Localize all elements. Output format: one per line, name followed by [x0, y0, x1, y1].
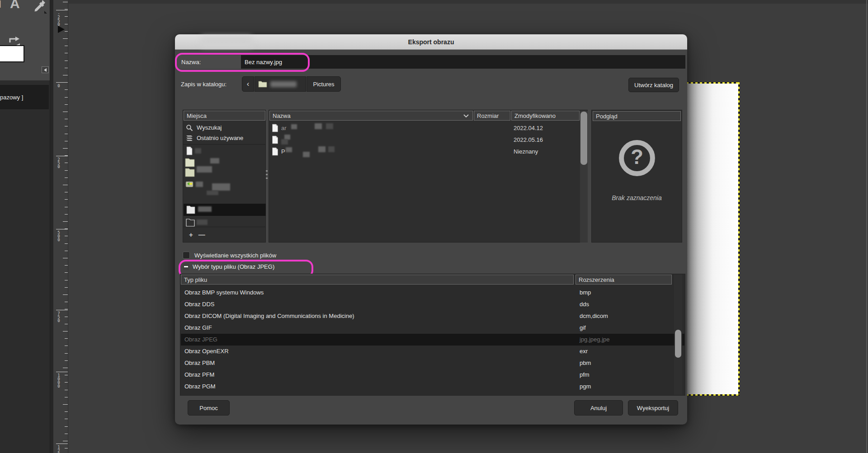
foreground-color-swatch[interactable]	[0, 45, 24, 62]
file-type-expander-label: Wybór typu pliku (Obraz JPEG)	[193, 263, 274, 270]
file-type-row[interactable]: Obraz BMP systemu Windowsbmp	[181, 287, 674, 299]
file-type-row[interactable]: Obraz PGMpgm	[181, 381, 674, 392]
partial-tool-icon[interactable]: i	[0, 0, 1, 11]
ruler-tick	[65, 82, 68, 83]
ruler-tick	[65, 16, 68, 17]
show-all-files-checkbox[interactable]	[183, 252, 190, 259]
drive-icon	[185, 180, 193, 188]
ruler-tick	[65, 265, 68, 266]
ruler-tick	[65, 104, 68, 105]
ruler-tick	[63, 441, 68, 441]
file-type-row[interactable]: Obraz PBMpbm	[181, 357, 674, 369]
remove-bookmark-button[interactable]: —	[198, 231, 205, 238]
add-bookmark-button[interactable]: +	[189, 231, 193, 238]
collapse-arrow-button[interactable]	[42, 66, 49, 73]
file-row[interactable]: P Nieznany	[269, 145, 580, 157]
places-item-search[interactable]: Wyszukaj	[183, 122, 265, 133]
file-type-row[interactable]: Obraz DICOM (Digital Imaging and Communi…	[181, 310, 674, 322]
help-button[interactable]: Pomoc	[188, 400, 230, 416]
ruler-tick	[63, 331, 68, 332]
save-in-folder-label: Zapis w katalogu:	[181, 76, 226, 92]
column-header-name[interactable]: Nazwa	[269, 111, 473, 121]
gimp-screen: i A pazowy ] - 2 5 0 0 2 5 0 5 0 0 7 5 0…	[0, 0, 868, 453]
expander-collapse-icon[interactable]	[183, 263, 189, 270]
column-header-modified[interactable]: Zmodyfikowano	[511, 111, 580, 121]
layer-boundary-right	[738, 82, 740, 396]
scrollbar-thumb[interactable]	[580, 112, 587, 165]
file-type-row[interactable]: Obraz OpenEXRexr	[181, 346, 674, 357]
create-folder-button[interactable]: Utwórz katalog	[628, 78, 679, 92]
name-label: Nazwa:	[176, 55, 241, 69]
ruler-tick	[65, 419, 68, 419]
file-type-row-selected[interactable]: Obraz JPEGjpg,jpeg,jpe	[181, 334, 684, 346]
filename-input[interactable]	[241, 55, 685, 69]
export-button[interactable]: Wyeksportuj	[628, 400, 678, 416]
ruler-major-tick	[56, 10, 68, 10]
path-home-folder-button[interactable]	[255, 76, 306, 92]
ruler-label: 7 5 0	[56, 312, 61, 322]
file-modified-date: Nieznany	[514, 148, 538, 155]
ruler-tick	[65, 119, 68, 119]
image-canvas[interactable]	[686, 83, 738, 394]
places-item-label: Ostatnio używane	[197, 135, 243, 141]
column-header-extensions[interactable]: Rozszerzenia	[576, 275, 672, 285]
ruler-tick	[65, 9, 68, 9]
text-tool-icon[interactable]: A	[10, 0, 20, 11]
redacted-filename-fragment: ar	[281, 125, 287, 131]
vertical-ruler: - 2 5 0 0 2 5 0 5 0 0 7 5 0 1 0 0 0 1 2 …	[53, 0, 68, 453]
places-toolbar: + —	[184, 227, 266, 242]
column-header-type[interactable]: Typ pliku	[181, 275, 574, 285]
ruler-tick	[65, 24, 68, 24]
window-right-edge	[866, 0, 867, 453]
cancel-button[interactable]: Anuluj	[574, 400, 623, 416]
folder-icon	[185, 157, 195, 177]
places-header[interactable]: Miejsca	[184, 111, 265, 121]
document-icon	[186, 146, 193, 155]
ruler-label: 1 0 0 0	[56, 374, 61, 388]
pane-splitter-handle[interactable]	[266, 170, 268, 180]
color-picker-icon[interactable]	[31, 0, 47, 14]
path-back-button[interactable]: ‹	[242, 76, 254, 92]
ruler-tick	[65, 126, 68, 126]
ruler-tick	[63, 221, 68, 222]
ruler-tick	[65, 199, 68, 200]
file-type-row[interactable]: Obraz PFMpfm	[181, 369, 674, 381]
toolbox-panel: i A	[0, 0, 50, 80]
places-item-label: Wyszukaj	[197, 124, 222, 131]
swap-colors-icon[interactable]	[7, 36, 21, 46]
ruler-tick	[65, 163, 68, 163]
document-icon	[272, 124, 278, 132]
folder-icon	[186, 218, 195, 227]
file-list-scrollbar[interactable]	[580, 111, 588, 243]
ruler-tick	[65, 375, 68, 375]
ruler-tick	[65, 280, 68, 280]
ruler-tick	[63, 112, 68, 112]
column-header-size[interactable]: Rozmiar	[474, 111, 510, 121]
file-row[interactable]: ar 2022.04.12	[269, 122, 580, 134]
redacted-place-row-selected[interactable]	[184, 204, 266, 216]
scrollbar-thumb[interactable]	[675, 330, 681, 358]
document-icon	[272, 147, 278, 156]
dialog-titlebar[interactable]: Eksport obrazu	[175, 34, 687, 50]
ruler-tick	[65, 287, 68, 288]
ruler-tick	[65, 177, 68, 178]
file-type-row[interactable]: Obraz GIFgif	[181, 322, 674, 334]
file-type-expander-row: Wybór typu pliku (Obraz JPEG)	[183, 262, 274, 271]
layer-boundary-bottom	[686, 394, 740, 396]
path-pictures-button[interactable]: Pictures	[307, 76, 341, 92]
redacted-filename-fragment: P	[281, 148, 285, 155]
file-row[interactable]: 2022.05.16	[269, 134, 580, 145]
places-item-recent[interactable]: Ostatnio używane	[183, 133, 265, 143]
folder-icon	[186, 205, 195, 215]
chevron-down-icon	[463, 114, 469, 118]
redacted-folder-name	[270, 81, 297, 87]
ruler-tick	[65, 448, 68, 448]
ruler-position-marker	[58, 26, 65, 33]
ruler-tick	[65, 89, 68, 90]
tool-options-partial: pazowy ]	[0, 85, 49, 109]
type-list-scrollbar[interactable]	[674, 275, 682, 395]
ruler-major-tick	[56, 229, 68, 229]
redacted-traffic-lights	[200, 36, 253, 47]
file-type-row[interactable]: Obraz DDSdds	[181, 299, 674, 310]
file-list-panel: Nazwa Rozmiar Zmodyfikowano ar 2022.04.1…	[269, 110, 588, 243]
